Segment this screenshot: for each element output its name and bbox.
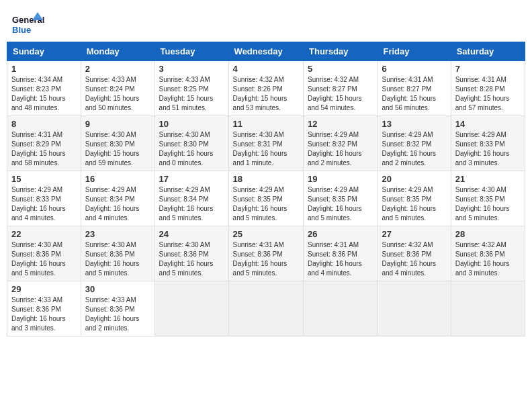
day-info: Sunrise: 4:29 AM Sunset: 8:33 PM Dayligh…	[455, 130, 521, 168]
day-info: Sunrise: 4:29 AM Sunset: 8:32 PM Dayligh…	[308, 130, 373, 168]
calendar-cell: 16Sunrise: 4:29 AM Sunset: 8:34 PM Dayli…	[81, 171, 154, 226]
day-info: Sunrise: 4:31 AM Sunset: 8:36 PM Dayligh…	[308, 240, 373, 278]
calendar-cell: 23Sunrise: 4:30 AM Sunset: 8:36 PM Dayli…	[81, 226, 154, 281]
weekday-header-monday: Monday	[81, 42, 154, 61]
calendar-cell	[154, 281, 228, 336]
day-info: Sunrise: 4:33 AM Sunset: 8:36 PM Dayligh…	[11, 295, 77, 333]
weekday-header-sunday: Sunday	[7, 42, 81, 61]
calendar-body: 1Sunrise: 4:34 AM Sunset: 8:23 PM Daylig…	[7, 61, 525, 336]
day-info: Sunrise: 4:32 AM Sunset: 8:36 PM Dayligh…	[382, 240, 446, 278]
day-number: 20	[382, 174, 446, 184]
calendar-header: SundayMondayTuesdayWednesdayThursdayFrid…	[7, 42, 525, 61]
day-info: Sunrise: 4:29 AM Sunset: 8:34 PM Dayligh…	[85, 185, 150, 223]
calendar-week-4: 22Sunrise: 4:30 AM Sunset: 8:36 PM Dayli…	[7, 226, 525, 281]
calendar-cell	[378, 281, 451, 336]
day-number: 23	[85, 229, 150, 239]
day-number: 5	[308, 64, 373, 74]
day-number: 10	[159, 119, 224, 129]
calendar-cell	[451, 281, 525, 336]
day-number: 25	[233, 229, 299, 239]
day-number: 7	[455, 64, 521, 74]
calendar-cell: 29Sunrise: 4:33 AM Sunset: 8:36 PM Dayli…	[7, 281, 81, 336]
calendar-cell: 18Sunrise: 4:29 AM Sunset: 8:35 PM Dayli…	[228, 171, 303, 226]
day-info: Sunrise: 4:29 AM Sunset: 8:35 PM Dayligh…	[382, 185, 446, 223]
calendar-week-5: 29Sunrise: 4:33 AM Sunset: 8:36 PM Dayli…	[7, 281, 525, 336]
day-number: 15	[11, 174, 77, 184]
day-number: 26	[308, 229, 373, 239]
calendar-cell: 19Sunrise: 4:29 AM Sunset: 8:35 PM Dayli…	[304, 171, 378, 226]
day-info: Sunrise: 4:31 AM Sunset: 8:27 PM Dayligh…	[382, 75, 446, 113]
day-number: 2	[85, 64, 150, 74]
day-number: 3	[159, 64, 224, 74]
day-info: Sunrise: 4:30 AM Sunset: 8:30 PM Dayligh…	[159, 130, 224, 168]
day-number: 19	[308, 174, 373, 184]
calendar-cell: 12Sunrise: 4:29 AM Sunset: 8:32 PM Dayli…	[304, 116, 378, 171]
day-info: Sunrise: 4:31 AM Sunset: 8:36 PM Dayligh…	[233, 240, 299, 278]
page-header: General Blue	[7, 7, 525, 39]
day-number: 8	[11, 119, 77, 129]
calendar-week-1: 1Sunrise: 4:34 AM Sunset: 8:23 PM Daylig…	[7, 61, 525, 116]
day-info: Sunrise: 4:30 AM Sunset: 8:31 PM Dayligh…	[233, 130, 299, 168]
day-info: Sunrise: 4:30 AM Sunset: 8:36 PM Dayligh…	[85, 240, 150, 278]
svg-text:Blue: Blue	[12, 25, 31, 35]
calendar-cell: 17Sunrise: 4:29 AM Sunset: 8:34 PM Dayli…	[154, 171, 228, 226]
calendar-cell: 24Sunrise: 4:30 AM Sunset: 8:36 PM Dayli…	[154, 226, 228, 281]
calendar-cell: 14Sunrise: 4:29 AM Sunset: 8:33 PM Dayli…	[451, 116, 525, 171]
calendar-cell: 3Sunrise: 4:33 AM Sunset: 8:25 PM Daylig…	[154, 61, 228, 116]
day-number: 16	[85, 174, 150, 184]
day-info: Sunrise: 4:34 AM Sunset: 8:23 PM Dayligh…	[11, 75, 77, 113]
day-info: Sunrise: 4:29 AM Sunset: 8:35 PM Dayligh…	[308, 185, 373, 223]
day-info: Sunrise: 4:32 AM Sunset: 8:36 PM Dayligh…	[455, 240, 521, 278]
day-number: 1	[11, 64, 77, 74]
calendar-cell: 21Sunrise: 4:30 AM Sunset: 8:35 PM Dayli…	[451, 171, 525, 226]
calendar-cell: 20Sunrise: 4:29 AM Sunset: 8:35 PM Dayli…	[378, 171, 451, 226]
calendar-cell: 22Sunrise: 4:30 AM Sunset: 8:36 PM Dayli…	[7, 226, 81, 281]
day-number: 4	[233, 64, 299, 74]
calendar-week-2: 8Sunrise: 4:31 AM Sunset: 8:29 PM Daylig…	[7, 116, 525, 171]
day-info: Sunrise: 4:30 AM Sunset: 8:30 PM Dayligh…	[85, 130, 150, 168]
day-info: Sunrise: 4:29 AM Sunset: 8:33 PM Dayligh…	[11, 185, 77, 223]
calendar-cell: 13Sunrise: 4:29 AM Sunset: 8:32 PM Dayli…	[378, 116, 451, 171]
logo-svg: General Blue	[12, 11, 46, 39]
day-number: 28	[455, 229, 521, 239]
calendar-cell: 6Sunrise: 4:31 AM Sunset: 8:27 PM Daylig…	[378, 61, 451, 116]
calendar-cell: 1Sunrise: 4:34 AM Sunset: 8:23 PM Daylig…	[7, 61, 81, 116]
calendar-cell	[304, 281, 378, 336]
weekday-header-friday: Friday	[378, 42, 451, 61]
day-number: 12	[308, 119, 373, 129]
day-info: Sunrise: 4:30 AM Sunset: 8:36 PM Dayligh…	[159, 240, 224, 278]
day-info: Sunrise: 4:32 AM Sunset: 8:27 PM Dayligh…	[308, 75, 373, 113]
weekday-header-wednesday: Wednesday	[228, 42, 303, 61]
day-info: Sunrise: 4:30 AM Sunset: 8:35 PM Dayligh…	[455, 185, 521, 223]
logo: General Blue	[12, 11, 46, 39]
calendar-cell: 10Sunrise: 4:30 AM Sunset: 8:30 PM Dayli…	[154, 116, 228, 171]
calendar-table: SundayMondayTuesdayWednesdayThursdayFrid…	[7, 42, 525, 336]
day-number: 29	[11, 284, 77, 294]
day-info: Sunrise: 4:31 AM Sunset: 8:28 PM Dayligh…	[455, 75, 521, 113]
day-info: Sunrise: 4:33 AM Sunset: 8:24 PM Dayligh…	[85, 75, 150, 113]
day-number: 21	[455, 174, 521, 184]
calendar-cell: 8Sunrise: 4:31 AM Sunset: 8:29 PM Daylig…	[7, 116, 81, 171]
calendar-cell	[228, 281, 303, 336]
day-number: 22	[11, 229, 77, 239]
calendar-cell: 30Sunrise: 4:33 AM Sunset: 8:36 PM Dayli…	[81, 281, 154, 336]
calendar-cell: 4Sunrise: 4:32 AM Sunset: 8:26 PM Daylig…	[228, 61, 303, 116]
calendar-cell: 5Sunrise: 4:32 AM Sunset: 8:27 PM Daylig…	[304, 61, 378, 116]
day-info: Sunrise: 4:30 AM Sunset: 8:36 PM Dayligh…	[11, 240, 77, 278]
calendar-cell: 27Sunrise: 4:32 AM Sunset: 8:36 PM Dayli…	[378, 226, 451, 281]
day-number: 14	[455, 119, 521, 129]
day-number: 30	[85, 284, 150, 294]
calendar-week-3: 15Sunrise: 4:29 AM Sunset: 8:33 PM Dayli…	[7, 171, 525, 226]
calendar-cell: 2Sunrise: 4:33 AM Sunset: 8:24 PM Daylig…	[81, 61, 154, 116]
day-number: 11	[233, 119, 299, 129]
calendar-cell: 11Sunrise: 4:30 AM Sunset: 8:31 PM Dayli…	[228, 116, 303, 171]
calendar-cell: 7Sunrise: 4:31 AM Sunset: 8:28 PM Daylig…	[451, 61, 525, 116]
day-number: 24	[159, 229, 224, 239]
day-info: Sunrise: 4:32 AM Sunset: 8:26 PM Dayligh…	[233, 75, 299, 113]
weekday-header-tuesday: Tuesday	[154, 42, 228, 61]
calendar-cell: 26Sunrise: 4:31 AM Sunset: 8:36 PM Dayli…	[304, 226, 378, 281]
calendar-cell: 9Sunrise: 4:30 AM Sunset: 8:30 PM Daylig…	[81, 116, 154, 171]
weekday-header-thursday: Thursday	[304, 42, 378, 61]
day-info: Sunrise: 4:29 AM Sunset: 8:35 PM Dayligh…	[233, 185, 299, 223]
day-number: 27	[382, 229, 446, 239]
